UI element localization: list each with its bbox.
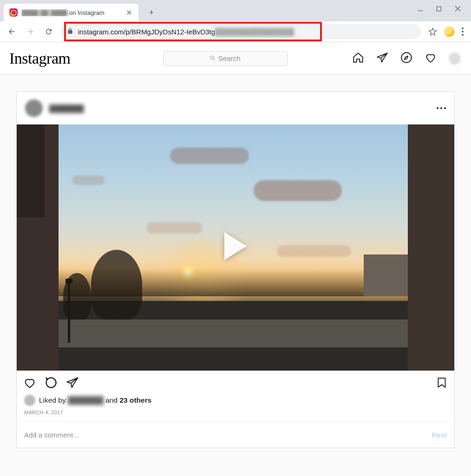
instagram-header: Instagram Search [0, 42, 471, 75]
new-tab-button[interactable]: + [145, 6, 158, 19]
comment-input[interactable] [24, 431, 432, 439]
post-author-username: ███████ [49, 104, 84, 112]
extension-icon[interactable] [444, 26, 454, 37]
minimize-button[interactable] [418, 5, 423, 13]
browser-menu-button[interactable] [459, 27, 466, 36]
search-icon [210, 54, 216, 62]
profile-avatar-button[interactable] [449, 52, 461, 65]
play-icon[interactable] [224, 232, 247, 260]
browser-toolbar: instagram.com/p/BRMgJDyDsN12-IeBvD3tg███… [0, 21, 471, 42]
search-placeholder: Search [218, 54, 241, 62]
svg-point-2 [401, 52, 412, 63]
likes-text: Liked by ███████ and 23 others [39, 396, 151, 404]
url-visible: instagram.com/p/BRMgJDyDsN12-IeBvD3tg [78, 28, 215, 36]
browser-chrome: ████ ██ ████ on Instagram + instagram.co… [0, 0, 471, 42]
explore-icon[interactable] [400, 52, 412, 65]
liker-name-blurred: ███████ [68, 396, 104, 404]
back-button[interactable] [5, 25, 19, 39]
tab-close-button[interactable] [125, 9, 133, 16]
activity-heart-icon[interactable] [425, 52, 437, 65]
post-video[interactable] [17, 124, 454, 371]
likes-count: 23 others [119, 396, 151, 404]
liker-avatar [24, 395, 35, 406]
browser-tab[interactable]: ████ ██ ████ on Instagram [4, 4, 138, 21]
svg-point-1 [210, 56, 214, 59]
address-bar-wrap: instagram.com/p/BRMgJDyDsN12-IeBvD3tg███… [60, 24, 421, 39]
tab-title-suffix: on Instagram [67, 9, 105, 16]
page-viewport[interactable]: Instagram Search ███████ [0, 42, 471, 476]
forward-button[interactable] [23, 25, 37, 39]
direct-message-icon[interactable] [376, 52, 388, 65]
like-heart-icon[interactable] [23, 376, 36, 391]
search-input[interactable]: Search [163, 51, 288, 66]
comment-row: Post [17, 422, 454, 448]
post-author-avatar [25, 99, 43, 117]
tab-title-blurred: ████ ██ ████ [21, 9, 67, 16]
post-more-options-button[interactable] [437, 107, 446, 109]
share-icon[interactable] [66, 376, 79, 391]
bookmark-star-button[interactable] [425, 25, 439, 39]
home-icon[interactable] [352, 52, 364, 65]
reload-button[interactable] [42, 25, 56, 39]
close-window-button[interactable] [455, 5, 461, 13]
url-text: instagram.com/p/BRMgJDyDsN12-IeBvD3tg███… [78, 28, 294, 36]
instagram-nav [352, 52, 461, 65]
svg-point-3 [46, 378, 56, 388]
tab-strip: ████ ██ ████ on Instagram + [0, 0, 471, 21]
lock-icon [67, 28, 73, 36]
instagram-favicon [9, 8, 18, 17]
address-bar[interactable]: instagram.com/p/BRMgJDyDsN12-IeBvD3tg███… [60, 24, 421, 39]
post-comment-button[interactable]: Post [432, 431, 447, 439]
tab-title: ████ ██ ████ on Instagram [21, 9, 122, 16]
instagram-logo[interactable]: Instagram [9, 50, 70, 67]
likes-middle: and [104, 396, 119, 404]
post-header: ███████ [17, 92, 454, 124]
post-author[interactable]: ███████ [25, 99, 84, 117]
post-card: ███████ [16, 91, 455, 448]
save-bookmark-icon[interactable] [436, 377, 448, 391]
post-action-bar [17, 371, 454, 395]
comment-icon[interactable] [45, 376, 58, 391]
svg-rect-0 [437, 7, 441, 11]
post-date: MARCH 4, 2017 [17, 410, 454, 422]
maximize-button[interactable] [436, 5, 442, 13]
url-blurred: ████████████████ [215, 28, 294, 36]
post-likes-row[interactable]: Liked by ███████ and 23 others [17, 395, 454, 410]
likes-prefix: Liked by [39, 396, 68, 404]
window-controls [418, 0, 471, 19]
